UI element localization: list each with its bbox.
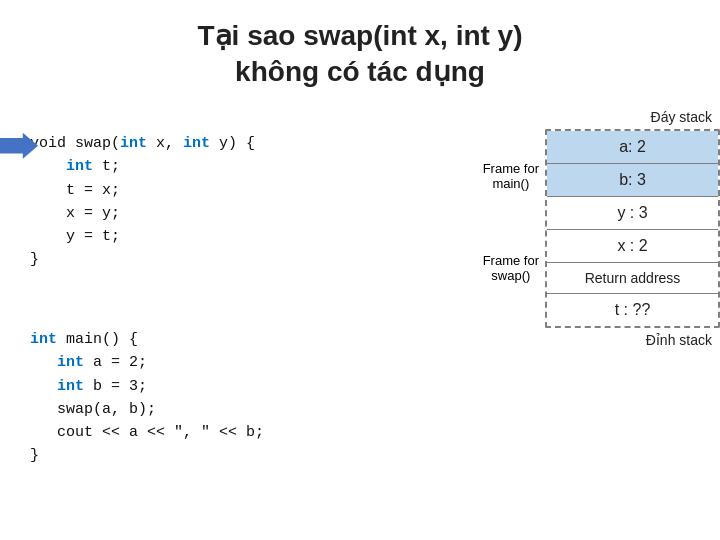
code-void: void swap(int x, int y) { int t; t = x; … [30,135,255,268]
swap-function-code: void swap(int x, int y) { int t; t = x; … [30,109,473,295]
keyword-int-a: int [57,354,84,371]
title-line1: Tại sao swap(int x, int y) [0,18,720,54]
stack-row-x: x : 2 [547,230,718,263]
frame-swap-label: Frame for swap() [483,253,539,283]
frame-labels: Frame for main() Frame for swap() [483,109,539,283]
stack-row-y: y : 3 [547,197,718,230]
stack-section: Đáy stack a: 2 b: 3 y : 3 x : 2 Return a… [545,109,720,348]
stack-row-b: b: 3 [547,164,718,197]
keyword-int-main: int [30,331,57,348]
main-function-code: int main() { int a = 2; int b = 3; swap(… [30,305,473,491]
code-main: int main() { int a = 2; int b = 3; swap(… [30,331,264,464]
keyword-int-3: int [66,158,93,175]
stack-container: a: 2 b: 3 y : 3 x : 2 Return address t :… [545,129,720,328]
stack-row-t: t : ?? [547,294,718,326]
code-section: void swap(int x, int y) { int t; t = x; … [30,109,473,491]
stack-row-a: a: 2 [547,131,718,164]
stack-bottom-label: Đỉnh stack [545,332,720,348]
frame-main-label: Frame for main() [483,161,539,191]
keyword-int-1: int [120,135,147,152]
stack-top-label: Đáy stack [545,109,720,125]
title: Tại sao swap(int x, int y) không có tác … [0,0,720,101]
arrow-indicator [0,133,38,163]
title-line2: không có tác dụng [0,54,720,90]
stack-row-return: Return address [547,263,718,294]
arrow-icon [0,133,38,159]
keyword-int-2: int [183,135,210,152]
keyword-int-b: int [57,378,84,395]
